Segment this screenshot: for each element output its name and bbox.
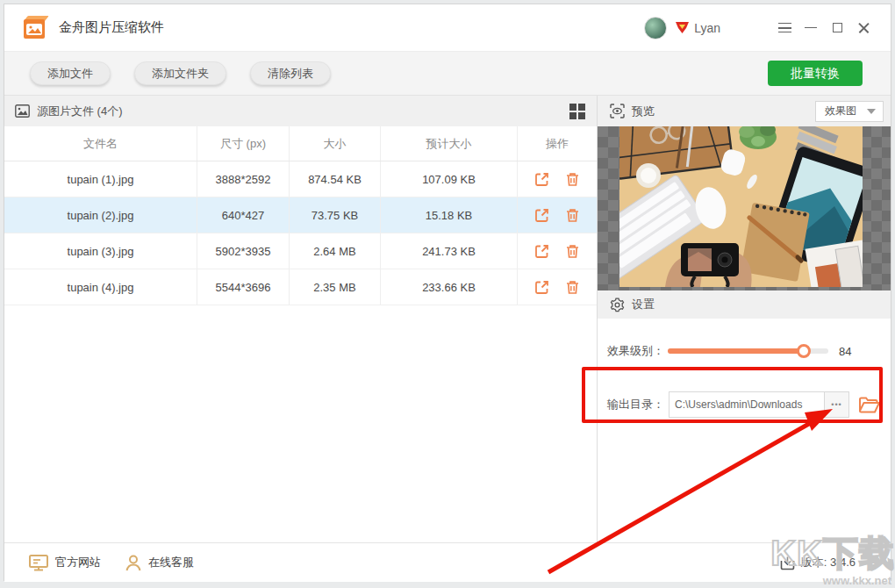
- minimize-icon[interactable]: [798, 15, 824, 41]
- settings-title: 设置: [632, 297, 655, 312]
- settings-body: 效果级别： 84 输出目录： •••: [598, 319, 891, 542]
- file-table: 文件名 尺寸 (px) 大小 预计大小 操作 tupain (1).jpg 38…: [4, 126, 597, 305]
- preview-eye-icon: [610, 104, 625, 118]
- close-icon[interactable]: [850, 15, 877, 41]
- preview-mode-select[interactable]: 效果图: [815, 101, 884, 122]
- preview-image: [619, 126, 863, 287]
- cell-size: 2.64 MB: [290, 233, 381, 269]
- username: Lyan: [694, 21, 720, 35]
- output-dir-label: 输出目录：: [607, 397, 664, 412]
- open-file-icon[interactable]: [533, 207, 550, 224]
- delete-file-icon[interactable]: [564, 207, 581, 224]
- version-info: 版本: 3.4.6: [780, 555, 856, 570]
- preview-header: 预览 效果图: [598, 96, 891, 126]
- cell-size: 874.54 KB: [290, 161, 381, 197]
- preview-canvas: [598, 126, 891, 290]
- col-estimated: 预计大小: [381, 126, 518, 161]
- delete-file-icon[interactable]: [564, 171, 581, 188]
- online-support-link[interactable]: 在线客服: [125, 555, 194, 571]
- official-website-link[interactable]: 官方网站: [29, 555, 101, 571]
- open-file-icon[interactable]: [533, 243, 550, 260]
- menu-icon[interactable]: [771, 15, 798, 41]
- app-window: 金舟图片压缩软件 Lyan 添加文件 添加文件夹 清除列表: [4, 4, 891, 581]
- quality-value: 84: [839, 345, 851, 358]
- quality-slider-fill: [668, 348, 804, 354]
- monitor-icon: [29, 555, 48, 571]
- table-row[interactable]: tupain (1).jpg 3888*2592 874.54 KB 107.0…: [4, 161, 597, 197]
- user-avatar[interactable]: [644, 17, 667, 39]
- settings-header: 设置: [598, 290, 891, 319]
- cell-dimensions: 5902*3935: [197, 233, 290, 269]
- chevron-down-icon: [867, 109, 876, 114]
- source-files-header: 源图片文件 (4个): [4, 96, 597, 126]
- browse-button[interactable]: •••: [825, 391, 849, 418]
- source-files-panel: 源图片文件 (4个) 文件名 尺寸 (px) 大小 预计大小 操作 tupain…: [4, 96, 598, 542]
- maximize-icon[interactable]: [824, 15, 850, 41]
- bottom-bar: 官方网站 在线客服 版本: 3.4.6: [4, 542, 891, 582]
- add-folder-button[interactable]: 添加文件夹: [134, 61, 226, 85]
- online-support-label: 在线客服: [148, 555, 194, 570]
- person-icon: [125, 555, 141, 571]
- window-controls: [771, 15, 877, 41]
- col-filename: 文件名: [4, 126, 197, 161]
- cell-size: 73.75 KB: [290, 197, 381, 233]
- source-files-title: 源图片文件 (4个): [37, 104, 123, 119]
- delete-file-icon[interactable]: [564, 279, 581, 296]
- add-file-button[interactable]: 添加文件: [30, 61, 111, 85]
- quality-slider[interactable]: [668, 348, 828, 354]
- app-logo-icon: [22, 16, 48, 40]
- cell-dimensions: 5544*3696: [197, 269, 290, 305]
- clear-list-button[interactable]: 清除列表: [250, 61, 331, 85]
- cell-estimated: 107.09 KB: [381, 161, 518, 197]
- cell-dimensions: 3888*2592: [197, 161, 290, 197]
- cell-estimated: 233.66 KB: [381, 269, 518, 305]
- open-file-icon[interactable]: [533, 171, 550, 188]
- cell-estimated: 241.73 KB: [381, 233, 518, 269]
- quality-slider-knob[interactable]: [797, 344, 811, 358]
- cell-filename: tupain (3).jpg: [4, 233, 197, 269]
- preview-mode-value: 效果图: [825, 104, 856, 118]
- version-label: 版本: 3.4.6: [801, 555, 856, 570]
- vip-badge-icon: [675, 21, 690, 34]
- quality-label: 效果级别：: [607, 343, 664, 359]
- cell-dimensions: 640*427: [197, 197, 290, 233]
- table-row[interactable]: tupain (3).jpg 5902*3935 2.64 MB 241.73 …: [4, 233, 597, 269]
- open-folder-icon[interactable]: [858, 396, 880, 414]
- table-header-row: 文件名 尺寸 (px) 大小 预计大小 操作: [4, 126, 597, 161]
- cell-estimated: 15.18 KB: [381, 197, 518, 233]
- picture-frame-icon: [15, 104, 30, 118]
- col-operation: 操作: [518, 126, 597, 161]
- download-icon: [780, 556, 795, 570]
- title-bar: 金舟图片压缩软件 Lyan: [4, 4, 891, 52]
- col-dimensions: 尺寸 (px): [197, 126, 290, 161]
- delete-file-icon[interactable]: [564, 243, 581, 260]
- cell-filename: tupain (1).jpg: [4, 161, 197, 197]
- gear-icon: [610, 298, 625, 312]
- table-row[interactable]: tupain (2).jpg 640*427 73.75 KB 15.18 KB: [4, 197, 597, 233]
- toolbar: 添加文件 添加文件夹 清除列表 批量转换: [4, 52, 891, 96]
- table-row[interactable]: tupain (4).jpg 5544*3696 2.35 MB 233.66 …: [4, 269, 597, 305]
- cell-filename: tupain (2).jpg: [4, 197, 197, 233]
- view-grid-icon[interactable]: [569, 104, 585, 119]
- col-size: 大小: [290, 126, 381, 161]
- open-file-icon[interactable]: [533, 279, 550, 296]
- preview-panel: 预览 效果图: [598, 96, 891, 542]
- preview-title: 预览: [632, 104, 655, 119]
- cell-size: 2.35 MB: [290, 269, 381, 305]
- batch-convert-button[interactable]: 批量转换: [768, 61, 863, 86]
- app-title: 金舟图片压缩软件: [59, 19, 164, 36]
- cell-filename: tupain (4).jpg: [4, 269, 197, 305]
- app-root: 金舟图片压缩软件 Lyan 添加文件 添加文件夹 清除列表: [0, 0, 895, 588]
- output-dir-input[interactable]: [669, 391, 825, 418]
- official-website-label: 官方网站: [55, 555, 101, 570]
